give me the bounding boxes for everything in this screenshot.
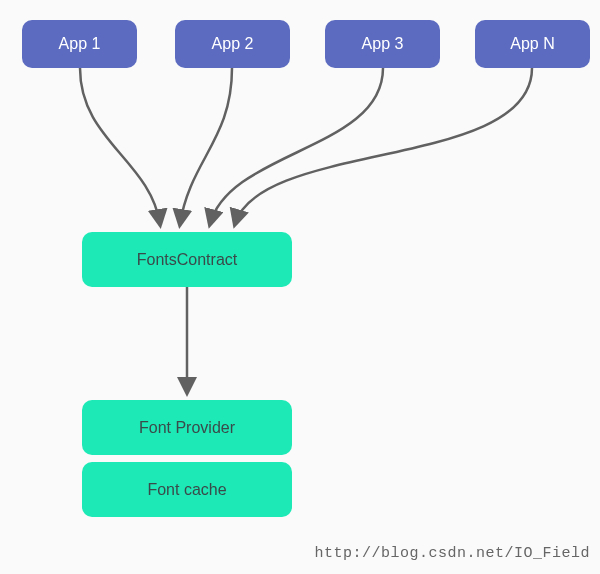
app-n-label: App N [510, 35, 554, 53]
app-3-node: App 3 [325, 20, 440, 68]
font-cache-label: Font cache [147, 481, 226, 499]
font-cache-node: Font cache [82, 462, 292, 517]
diagram-canvas: App 1 App 2 App 3 App N FontsContract Fo… [0, 0, 600, 574]
app-2-node: App 2 [175, 20, 290, 68]
watermark-text: http://blog.csdn.net/IO_Field [314, 545, 590, 562]
app-3-label: App 3 [362, 35, 404, 53]
app-1-node: App 1 [22, 20, 137, 68]
app-1-label: App 1 [59, 35, 101, 53]
app-n-node: App N [475, 20, 590, 68]
font-provider-node: Font Provider [82, 400, 292, 455]
fonts-contract-node: FontsContract [82, 232, 292, 287]
font-provider-label: Font Provider [139, 419, 235, 437]
fonts-contract-label: FontsContract [137, 251, 237, 269]
app-2-label: App 2 [212, 35, 254, 53]
